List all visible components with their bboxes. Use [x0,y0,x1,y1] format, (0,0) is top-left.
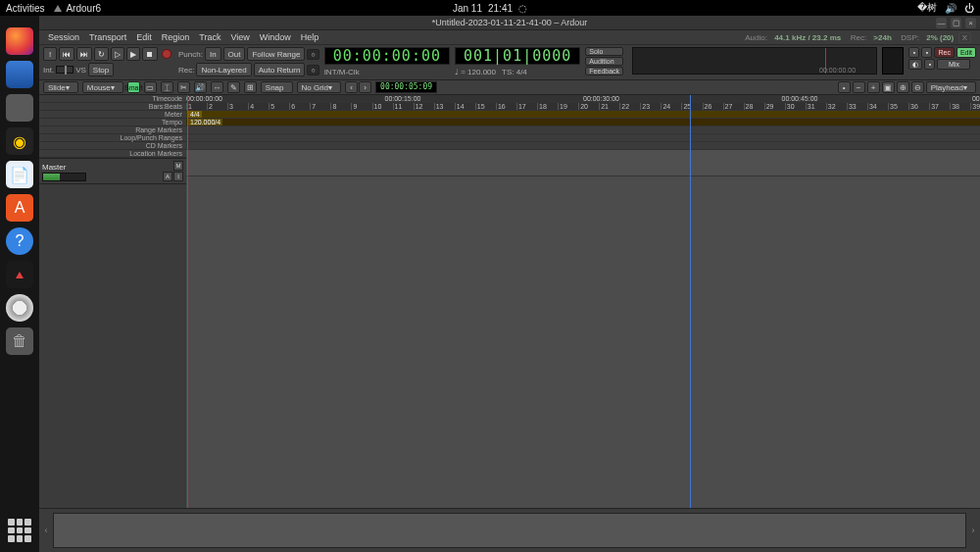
menu-help[interactable]: Help [296,32,324,42]
midi-panic-button[interactable]: ! [43,47,57,61]
zoom-to-session-button[interactable]: ▣ [882,81,895,93]
secondary-clock[interactable]: 001|01|0000 [455,47,580,65]
ruler-label-range[interactable]: Range Markers [39,126,186,134]
track-canvas[interactable] [186,150,980,508]
edit-mode-selector[interactable]: Slide ▾ [43,81,78,93]
menu-transport[interactable]: Transport [84,32,131,42]
zoom-focus-selector[interactable]: Playhead ▾ [926,81,976,93]
master-automation-button[interactable]: A [163,172,172,181]
smart-mode-button[interactable]: Smart [127,81,140,93]
tool-cut-button[interactable]: ✂ [177,81,190,93]
dock-firefox[interactable] [6,27,33,55]
edit-point-cursor[interactable] [690,95,691,508]
menu-window[interactable]: Window [255,32,296,42]
date-label[interactable]: Jan 11 [453,3,482,14]
non-layered-button[interactable]: Non-Layered [196,63,251,76]
shuttle-control[interactable] [56,66,74,74]
time-label[interactable]: 21:41 [488,3,513,14]
ruler-label-looppunch[interactable]: Loop/Punch Ranges [39,134,186,142]
ruler-timecode[interactable]: 00:00:00:00 00:00:15:00 00:00:30:00 00:0… [186,95,980,103]
tool-stretch-button[interactable]: ↔ [211,81,223,93]
playhead-cursor[interactable] [187,95,188,508]
window-maximize-button[interactable]: ▢ [951,18,961,28]
nudge-clock[interactable]: 00:00:05:09 [375,81,437,93]
dock-rhythmbox[interactable]: ◉ [6,127,33,155]
punch-out-button[interactable]: Out [223,47,246,61]
ruler-label-tempo[interactable]: Tempo [39,119,186,126]
zoom-out-button[interactable]: − [853,81,865,93]
window-minimize-button[interactable]: — [936,18,947,28]
zoom-in-button[interactable]: + [867,81,880,93]
app-menu[interactable]: Ardour6 [54,3,101,14]
show-applications-button[interactable] [8,519,31,542]
tool-content-button[interactable]: ⊞ [244,81,257,93]
activities-button[interactable]: Activities [6,3,44,14]
ruler-barsbeats[interactable]: 1234567891011121314151617181920212223242… [186,103,980,111]
stop-button[interactable]: ⏹ [142,47,158,61]
play-button[interactable]: ▶ [126,47,140,61]
solo-alert[interactable]: Solo [585,47,623,56]
nudge-forward-button[interactable]: › [359,81,371,93]
sound-icon[interactable]: 🔊 [945,3,956,14]
tool-object-button[interactable]: ▭ [144,81,157,93]
sync-source-label[interactable]: INT/M-Clk [324,68,360,76]
ruler-cd[interactable] [186,142,980,150]
summary-scroll-right[interactable]: › [966,509,980,552]
timesig-display[interactable]: TS: 4/4 [502,68,527,76]
ruler-label-meter[interactable]: Meter [39,111,186,119]
notification-icon[interactable]: ◌ [518,3,527,14]
primary-clock[interactable]: 00:00:00:00 [324,47,450,65]
goto-start-button[interactable]: ⏮ [59,47,74,61]
zoom-full-button[interactable]: • [838,81,851,93]
goto-end-button[interactable]: ⏭ [76,47,92,61]
master-track-header[interactable]: Master M A I [39,158,186,184]
master-track-lane[interactable] [186,150,980,176]
script-action-1[interactable]: ▪ [908,47,919,58]
page-edit-button[interactable]: Edit [956,47,976,58]
xrun-indicator[interactable]: X [958,32,971,43]
page-rec-button[interactable]: Rec [934,47,954,58]
meter-marker[interactable]: 4/4 [188,111,202,118]
page-mix-button[interactable]: Mix [937,59,970,70]
snap-toggle[interactable]: Snap [261,81,293,93]
ruler-label-location[interactable]: Location Markers [39,150,186,158]
expand-tracks-button[interactable]: ⊕ [897,81,909,93]
shrink-tracks-button[interactable]: ⊖ [911,81,924,93]
dock-thunderbird[interactable] [6,61,33,88]
dock-files[interactable] [6,94,33,122]
feedback-alert[interactable]: Feedback [585,67,623,75]
follow-range-button[interactable]: Follow Range [247,47,305,61]
dock-disc[interactable] [6,294,33,322]
menu-session[interactable]: Session [43,32,84,42]
ruler-tempo[interactable]: 120.000/4 [186,119,980,126]
dock-software[interactable]: A [6,194,33,222]
dock-ardour[interactable] [6,261,33,288]
script-action-2[interactable]: ▪ [921,47,932,58]
loop-button[interactable]: ↻ [94,47,109,61]
menu-track[interactable]: Track [194,32,225,42]
ruler-label-barsbeats[interactable]: Bars:Beats [39,103,186,111]
master-group-button[interactable]: I [173,172,183,181]
editor-summary[interactable] [53,513,966,548]
master-mute-button[interactable]: M [173,161,183,171]
script-action-3[interactable]: ◐ [908,59,922,70]
audition-alert[interactable]: Audition [585,57,623,66]
mouse-mode-selector[interactable]: Mouse ▾ [82,81,123,93]
tempo-marker[interactable]: 120.000/4 [188,119,222,125]
ruler-label-timecode[interactable]: Timecode [39,95,186,103]
grid-selector[interactable]: No Grid ▾ [297,81,342,93]
master-fader[interactable] [42,173,86,181]
punch-in-button[interactable]: In [205,47,221,61]
tool-range-button[interactable]: ⌶ [161,81,173,93]
power-icon[interactable]: ⏻ [964,3,974,14]
ruler-label-cd[interactable]: CD Markers [39,142,186,150]
ruler-looppunch[interactable] [186,134,980,142]
dock-trash[interactable]: 🗑 [6,327,33,355]
tempo-display[interactable]: ♩ = 120.000 [455,68,496,76]
dock-writer[interactable]: 📄 [6,161,33,188]
record-enable-button[interactable] [162,49,172,59]
ruler-range[interactable] [186,126,980,134]
ruler-meter[interactable]: 4/4 [186,111,980,119]
menu-region[interactable]: Region [157,32,195,42]
mini-timeline[interactable]: 00:00:00.00 00:00:18.00 00:00:36.00 00:0… [632,47,877,75]
